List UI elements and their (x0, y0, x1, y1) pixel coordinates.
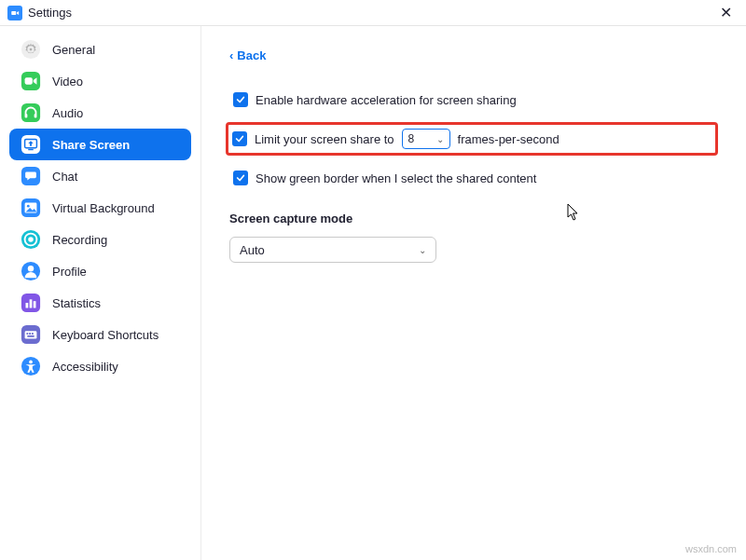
share-screen-icon (21, 134, 41, 155)
svg-point-30 (29, 361, 33, 364)
video-icon (21, 71, 41, 91)
svg-rect-6 (35, 114, 37, 118)
titlebar: Settings ✕ (0, 0, 746, 26)
option-label: Enable hardware acceleration for screen … (256, 93, 517, 107)
sidebar-item-virtual-background[interactable]: Virtual Background (9, 192, 191, 224)
close-icon: ✕ (720, 4, 732, 21)
sidebar-item-label: Recording (52, 233, 107, 247)
titlebar-left: Settings (7, 6, 72, 20)
sidebar-item-label: Share Screen (52, 138, 130, 152)
chart-icon (21, 293, 41, 313)
svg-rect-25 (26, 333, 28, 335)
option-label-suffix: frames-per-second (458, 132, 560, 146)
keyboard-icon (21, 324, 41, 345)
svg-rect-28 (27, 335, 34, 337)
sidebar-item-label: Video (52, 75, 83, 89)
sidebar-item-label: Virtual Background (52, 201, 155, 215)
back-label: Back (237, 48, 266, 62)
sidebar-item-label: Audio (52, 106, 83, 120)
back-button[interactable]: ‹ Back (229, 48, 266, 62)
chevron-down-icon: ⌄ (436, 134, 444, 144)
watermark: wsxdn.com (685, 543, 737, 554)
svg-rect-0 (11, 10, 16, 14)
option-label-prefix: Limit your screen share to (255, 132, 394, 146)
section-title: Screen capture mode (229, 212, 718, 225)
capture-mode-value: Auto (240, 243, 265, 257)
sidebar-item-keyboard-shortcuts[interactable]: Keyboard Shortcuts (9, 319, 191, 350)
svg-rect-26 (29, 333, 31, 335)
sidebar-item-statistics[interactable]: Statistics (9, 287, 191, 319)
sidebar-item-recording[interactable]: Recording (9, 224, 191, 255)
option-green-border[interactable]: Show green border when I select the shar… (229, 169, 718, 187)
window-title: Settings (28, 6, 72, 20)
record-icon (21, 229, 41, 250)
option-label: Show green border when I select the shar… (256, 171, 536, 185)
options-group: Enable hardware acceleration for screen … (229, 90, 718, 187)
sidebar-item-chat[interactable]: Chat (9, 160, 191, 192)
person-icon (21, 261, 41, 281)
content-panel: ‹ Back Enable hardware acceleration for … (201, 26, 746, 560)
chat-icon (21, 166, 41, 186)
svg-rect-4 (21, 103, 40, 122)
sidebar-item-label: Keyboard Shortcuts (52, 328, 159, 342)
sidebar-item-video[interactable]: Video (9, 65, 191, 97)
sidebar-item-label: Chat (52, 170, 77, 184)
sidebar-item-accessibility[interactable]: Accessibility (9, 350, 191, 382)
sidebar-item-audio[interactable]: Audio (9, 97, 191, 129)
svg-rect-5 (25, 114, 28, 118)
svg-point-13 (27, 205, 30, 208)
accessibility-icon (21, 356, 41, 376)
checkbox-checked-icon (232, 131, 247, 146)
sidebar-item-label: Accessibility (52, 360, 118, 374)
app-icon (7, 6, 22, 20)
sidebar-item-label: Profile (52, 265, 87, 279)
sidebar-item-general[interactable]: General (9, 34, 191, 65)
option-limit-fps[interactable]: Limit your screen share to 8 ⌄ frames-pe… (226, 122, 718, 156)
sidebar-item-share-screen[interactable]: Share Screen (9, 129, 191, 160)
svg-point-18 (28, 266, 34, 271)
headphones-icon (21, 102, 41, 123)
checkbox-checked-icon (233, 92, 248, 107)
chevron-left-icon: ‹ (229, 48, 233, 62)
close-button[interactable]: ✕ (712, 0, 739, 26)
svg-point-16 (28, 237, 34, 242)
svg-rect-20 (26, 303, 29, 308)
sidebar-item-profile[interactable]: Profile (9, 255, 191, 287)
option-hw-accel[interactable]: Enable hardware acceleration for screen … (229, 90, 718, 109)
sidebar: General Video Audio Share Screen Chat (0, 26, 201, 560)
fps-select[interactable]: 8 ⌄ (402, 129, 450, 149)
capture-mode-select[interactable]: Auto ⌄ (229, 237, 436, 263)
svg-rect-3 (25, 77, 33, 84)
sidebar-item-label: General (52, 43, 95, 57)
sidebar-item-label: Statistics (52, 296, 101, 310)
svg-rect-27 (32, 333, 34, 335)
svg-rect-22 (34, 301, 36, 307)
svg-rect-21 (30, 299, 33, 307)
gear-icon (21, 39, 41, 60)
image-icon (21, 198, 41, 218)
checkbox-checked-icon (233, 171, 248, 185)
fps-value: 8 (408, 132, 415, 145)
svg-rect-24 (25, 331, 37, 338)
chevron-down-icon: ⌄ (419, 245, 426, 255)
